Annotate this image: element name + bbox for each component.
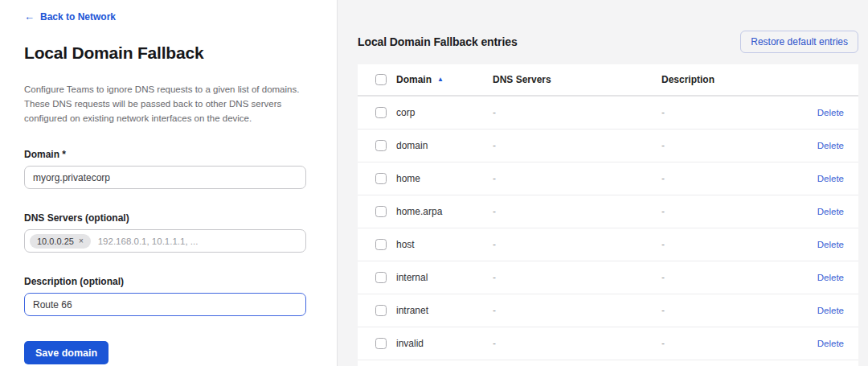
row-checkbox[interactable] (375, 338, 387, 349)
table-row: home - - Delete (358, 162, 858, 195)
table-row: invalid - - Delete (358, 327, 858, 360)
row-delete-link[interactable]: Delete (817, 339, 844, 348)
table-row: corp - - Delete (358, 97, 858, 130)
row-description: - (661, 338, 799, 349)
form-panel: ← Back to Network Local Domain Fallback … (0, 0, 338, 366)
table-body: corp - - Delete domain - - Delete home -… (358, 97, 858, 360)
row-domain: host (396, 239, 493, 250)
row-delete-link[interactable]: Delete (817, 108, 844, 117)
table-row: domain - - Delete (358, 130, 858, 162)
dns-servers-input[interactable]: 10.0.0.25 × 192.168.0.1, 10.1.1.1, ... (24, 229, 306, 253)
dns-server-chip-value: 10.0.0.25 (37, 236, 74, 246)
table-row: internal - - Delete (358, 261, 858, 294)
back-to-network-link[interactable]: ← Back to Network (24, 10, 116, 23)
row-checkbox[interactable] (375, 305, 387, 316)
row-description: - (661, 272, 799, 283)
column-header-description: Description (661, 74, 799, 85)
row-domain: internal (396, 272, 493, 283)
row-description: - (661, 140, 799, 151)
row-dns-servers: - (493, 140, 661, 151)
row-delete-link[interactable]: Delete (817, 141, 844, 150)
entries-panel-header: Local Domain Fallback entries Restore de… (358, 31, 858, 53)
back-arrow-icon: ← (24, 10, 35, 23)
description-input[interactable] (24, 293, 306, 316)
column-header-domain-label: Domain (396, 74, 432, 85)
restore-default-entries-button[interactable]: Restore default entries (740, 31, 858, 53)
page-title: Local Domain Fallback (24, 43, 306, 63)
row-domain: corp (396, 107, 493, 118)
dns-servers-label: DNS Servers (optional) (24, 212, 306, 224)
entries-title: Local Domain Fallback entries (358, 35, 518, 48)
save-domain-button[interactable]: Save domain (24, 341, 108, 364)
row-dns-servers: - (493, 206, 661, 217)
table-row: home.arpa - - Delete (358, 195, 858, 228)
table-row: host - - Delete (358, 228, 858, 261)
row-checkbox[interactable] (375, 140, 387, 151)
row-delete-link[interactable]: Delete (817, 240, 844, 249)
back-link-label: Back to Network (40, 11, 116, 23)
row-delete-link[interactable]: Delete (817, 174, 844, 183)
row-description: - (661, 239, 799, 250)
column-header-domain[interactable]: Domain ▲ (396, 74, 493, 85)
row-description: - (661, 206, 799, 217)
row-description: - (661, 173, 799, 184)
row-domain: invalid (396, 338, 493, 349)
row-checkbox[interactable] (375, 272, 387, 283)
table-next-row-partial (358, 360, 858, 366)
row-delete-link[interactable]: Delete (817, 306, 844, 315)
row-dns-servers: - (493, 173, 661, 184)
row-dns-servers: - (493, 239, 661, 250)
row-checkbox[interactable] (375, 206, 387, 217)
row-domain: home.arpa (396, 206, 493, 217)
table-row: intranet - - Delete (358, 294, 858, 327)
entries-table: Domain ▲ DNS Servers Description corp - … (358, 64, 858, 366)
row-description: - (661, 305, 799, 316)
row-dns-servers: - (493, 107, 661, 118)
sort-ascending-icon: ▲ (437, 76, 444, 83)
entries-panel: Local Domain Fallback entries Restore de… (338, 0, 868, 366)
column-header-dns-servers: DNS Servers (493, 74, 661, 85)
dns-server-chip: 10.0.0.25 × (30, 234, 91, 249)
table-header-row: Domain ▲ DNS Servers Description (358, 64, 858, 97)
page-description: Configure Teams to ignore DNS requests t… (24, 83, 306, 125)
select-all-checkbox[interactable] (375, 74, 387, 85)
row-checkbox[interactable] (375, 107, 387, 118)
chip-remove-icon[interactable]: × (79, 237, 84, 245)
row-domain: intranet (396, 305, 493, 316)
row-dns-servers: - (493, 272, 661, 283)
description-label: Description (optional) (24, 276, 306, 287)
row-domain: home (396, 173, 493, 184)
domain-input[interactable] (24, 166, 306, 189)
domain-label: Domain * (24, 149, 306, 160)
row-domain: domain (396, 140, 493, 151)
row-dns-servers: - (493, 305, 661, 316)
row-delete-link[interactable]: Delete (817, 273, 844, 282)
row-dns-servers: - (493, 338, 661, 349)
row-delete-link[interactable]: Delete (817, 207, 844, 216)
row-description: - (661, 107, 799, 118)
row-checkbox[interactable] (375, 239, 387, 250)
row-checkbox[interactable] (375, 173, 387, 184)
dns-servers-placeholder: 192.168.0.1, 10.1.1.1, ... (98, 236, 199, 246)
